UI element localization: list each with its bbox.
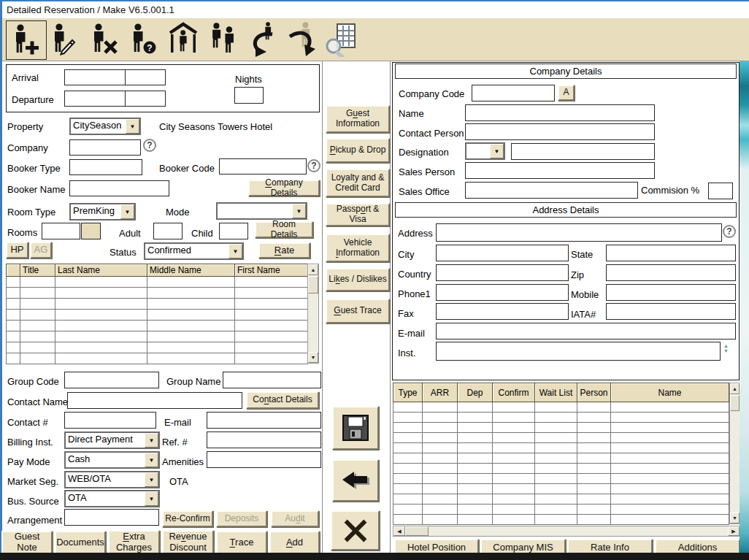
deposits-button[interactable]: Deposits <box>216 510 267 527</box>
table-row[interactable] <box>7 331 308 342</box>
commission-field[interactable] <box>708 183 733 199</box>
table-row[interactable] <box>7 321 308 331</box>
vehicle-information-button[interactable]: Vehicle Information <box>326 234 390 262</box>
property-select[interactable]: CitySeason ▼ <box>69 118 141 135</box>
scroll-thumb[interactable] <box>405 526 429 536</box>
inst-spinner[interactable]: ▲▼ <box>723 344 729 353</box>
res-col-dep[interactable]: Dep <box>458 383 493 402</box>
nights-field[interactable] <box>234 87 264 104</box>
guest-table-scrollbar[interactable]: ▲ ▼ <box>307 264 319 364</box>
zip-field[interactable] <box>606 264 736 281</box>
table-row[interactable] <box>7 353 308 364</box>
designation-text-field[interactable] <box>511 143 655 160</box>
pickup-drop-button[interactable]: Pickup & Drop <box>326 138 390 163</box>
table-row[interactable] <box>7 310 308 321</box>
departure-date-field[interactable] <box>64 91 126 107</box>
mode-select[interactable]: ▼ <box>216 202 307 220</box>
pay-mode-select[interactable]: Cash ▼ <box>64 451 160 469</box>
res-col-confirm[interactable]: Confirm <box>493 383 535 402</box>
guest-col-middlename[interactable]: Middle Name <box>147 264 235 277</box>
table-row[interactable] <box>393 515 729 525</box>
table-row[interactable] <box>7 299 308 310</box>
company-help-icon[interactable]: ? <box>143 139 156 152</box>
close-button[interactable] <box>331 510 380 551</box>
chevron-down-icon[interactable]: ▼ <box>292 204 306 218</box>
chevron-down-icon[interactable]: ▼ <box>126 119 139 134</box>
group-name-field[interactable] <box>223 372 321 388</box>
scroll-thumb[interactable] <box>730 395 740 411</box>
booker-type-field[interactable] <box>69 159 142 175</box>
guest-trace-button[interactable]: Guest Trace <box>326 299 390 323</box>
table-row[interactable] <box>393 433 729 443</box>
spin-down-icon[interactable]: ▼ <box>723 349 729 353</box>
chevron-down-icon[interactable]: ▼ <box>145 472 158 487</box>
scroll-right-icon[interactable]: ▶ <box>728 526 740 536</box>
table-row[interactable] <box>393 423 729 433</box>
state-field[interactable] <box>606 245 736 261</box>
trace-button[interactable]: Trace <box>216 531 267 554</box>
company-email-field[interactable] <box>436 323 736 340</box>
save-button[interactable] <box>332 406 379 450</box>
company-code-lookup-button[interactable]: A <box>558 85 575 101</box>
table-row[interactable] <box>7 288 308 299</box>
scroll-left-icon[interactable]: ◀ <box>393 526 405 536</box>
table-row[interactable] <box>393 474 729 484</box>
documents-button[interactable]: Documents <box>55 531 106 554</box>
company-field[interactable] <box>69 139 141 156</box>
booker-name-field[interactable] <box>69 180 169 196</box>
cancel-reservation-button[interactable] <box>85 20 124 58</box>
chevron-down-icon[interactable]: ▼ <box>120 204 134 219</box>
table-row[interactable] <box>393 464 729 474</box>
check-in-button[interactable] <box>242 20 282 58</box>
amenities-field[interactable] <box>207 451 321 468</box>
billing-inst-select[interactable]: Direct Payment ▼ <box>64 431 160 449</box>
rate-button[interactable]: Rate <box>258 242 310 258</box>
table-row[interactable] <box>393 413 729 423</box>
chevron-down-icon[interactable]: ▼ <box>490 144 504 158</box>
in-house-guest-button[interactable] <box>164 20 203 58</box>
booker-code-help-icon[interactable]: ? <box>307 159 320 172</box>
contact-name-field[interactable] <box>67 392 242 409</box>
designation-select[interactable]: ▼ <box>465 142 505 160</box>
mobile-field[interactable] <box>606 284 736 301</box>
room-type-select[interactable]: PremKing ▼ <box>69 203 136 220</box>
loyalty-credit-card-button[interactable]: Loyalty and & Credit Card <box>326 169 390 197</box>
search-reservation-button[interactable] <box>321 20 361 58</box>
table-row[interactable] <box>393 484 729 494</box>
scroll-up-icon[interactable]: ▲ <box>308 264 318 275</box>
res-col-arr[interactable]: ARR <box>423 383 458 402</box>
email-field[interactable] <box>207 412 321 429</box>
res-col-type[interactable]: Type <box>393 383 423 402</box>
add-button[interactable]: Add <box>269 531 320 554</box>
res-col-name[interactable]: Name <box>611 383 729 402</box>
company-code-field[interactable] <box>472 85 555 101</box>
add-reservation-button[interactable] <box>6 20 47 60</box>
guest-col-firstname[interactable]: First Name <box>235 264 308 277</box>
table-row[interactable] <box>393 402 729 413</box>
table-row[interactable] <box>7 277 308 288</box>
adult-field[interactable] <box>153 223 183 239</box>
address-help-icon[interactable]: ? <box>723 225 736 238</box>
likes-dislikes-button[interactable]: Likes / Dislikes <box>326 268 390 291</box>
sales-person-field[interactable] <box>465 162 655 179</box>
table-row[interactable] <box>393 494 729 505</box>
scroll-down-icon[interactable]: ▼ <box>308 352 318 363</box>
hp-button[interactable]: HP <box>6 242 28 258</box>
reservation-table-hscrollbar[interactable]: ◀ ▶ <box>393 526 740 537</box>
chevron-down-icon[interactable]: ▼ <box>228 244 242 258</box>
guest-col-lastname[interactable]: Last Name <box>55 264 147 277</box>
inst-field[interactable] <box>436 342 721 361</box>
departure-time-field[interactable] <box>125 91 166 107</box>
company-details-button[interactable]: Company Details <box>248 180 320 196</box>
contact-details-button[interactable]: Contact Details <box>246 391 319 409</box>
res-col-person[interactable]: Person <box>577 383 611 402</box>
re-confirm-button[interactable]: Re-Confirm <box>162 510 213 527</box>
reservation-table-vscrollbar[interactable]: ▲ ▼ <box>729 383 740 524</box>
fax-field[interactable] <box>436 303 569 320</box>
arrival-date-field[interactable] <box>64 69 126 85</box>
table-row[interactable] <box>393 453 729 464</box>
arrangement-field[interactable] <box>64 509 159 526</box>
group-code-field[interactable] <box>64 372 159 388</box>
passport-visa-button[interactable]: Passport & Visa <box>326 203 390 226</box>
market-seg-select[interactable]: WEB/OTA ▼ <box>64 471 160 488</box>
